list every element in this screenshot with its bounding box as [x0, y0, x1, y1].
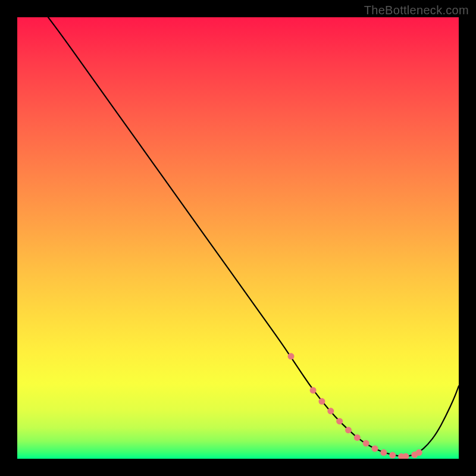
- optimal-range-markers: [288, 353, 422, 459]
- marker-dot: [327, 408, 334, 414]
- marker-dot: [318, 398, 325, 405]
- marker-dot: [363, 440, 369, 447]
- marker-dot: [336, 418, 343, 424]
- marker-dot: [288, 353, 295, 359]
- marker-dot: [402, 453, 409, 459]
- marker-dot: [310, 387, 317, 393]
- chart-overlay: [17, 17, 459, 459]
- marker-dot: [345, 427, 352, 433]
- bottleneck-curve: [48, 17, 459, 456]
- watermark-text: TheBottleneck.com: [364, 4, 469, 17]
- marker-dot: [389, 452, 396, 459]
- chart-plot-area: [17, 17, 459, 459]
- marker-dot: [416, 449, 422, 456]
- marker-dot: [380, 449, 387, 456]
- marker-dot: [372, 445, 378, 452]
- marker-dot: [354, 434, 361, 441]
